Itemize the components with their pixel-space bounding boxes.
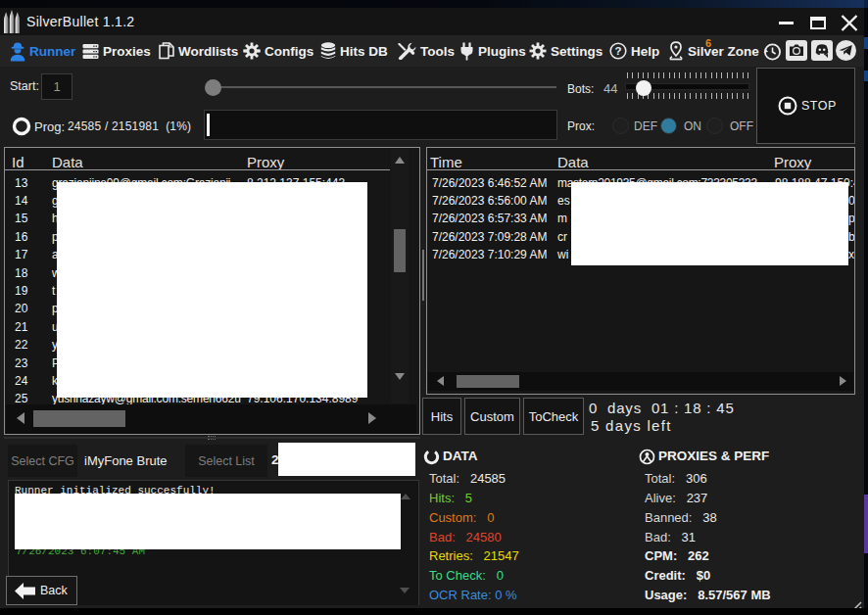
svg-text:?: ? [614, 45, 621, 57]
